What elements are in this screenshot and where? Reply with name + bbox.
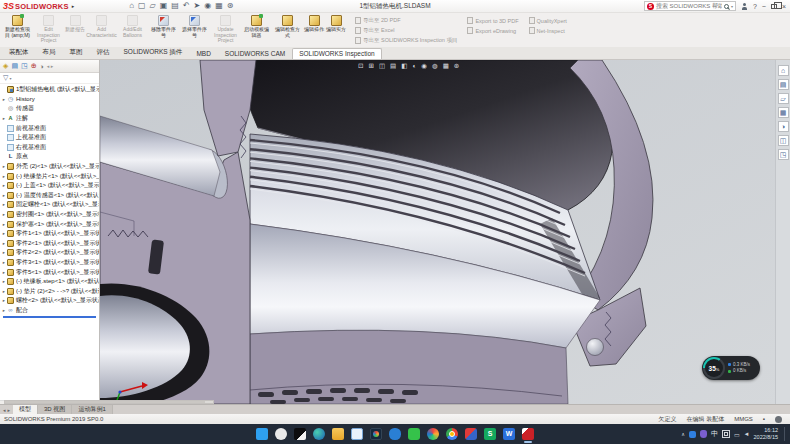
monitor-icon[interactable]: ▭: [734, 431, 740, 438]
tree-item[interactable]: ▸ 固定螺栓<1> (默认<<默认>_显示: [1, 200, 99, 210]
ribbon-button[interactable]: 编辑检查方式: [272, 14, 303, 47]
home-icon[interactable]: ⌂: [129, 1, 134, 11]
ribbon-tab[interactable]: 草图: [63, 46, 90, 59]
browser-icon[interactable]: [427, 428, 439, 440]
ribbon-button[interactable]: Edit Inspection Project: [33, 14, 64, 47]
tree-filter[interactable]: ▽ ▾: [0, 73, 99, 84]
ribbon-button[interactable]: 新建检查项目 (amp;M): [2, 14, 33, 47]
view-settings-icon[interactable]: ⊛: [454, 62, 459, 70]
help-button[interactable]: ?: [753, 2, 757, 11]
solidworks-logo[interactable]: 3S SOLIDWORKS ▸: [0, 0, 77, 12]
close-button[interactable]: ×: [782, 2, 786, 11]
custom-properties-icon[interactable]: ◫: [778, 135, 789, 146]
tree-item[interactable]: 原点: [1, 152, 99, 162]
user-account-icon[interactable]: [741, 3, 748, 10]
tree-item[interactable]: 上视基准面: [1, 133, 99, 143]
export-link[interactable]: QualityXpert: [529, 17, 567, 24]
tray-chevron-icon[interactable]: ∧: [681, 431, 685, 437]
tab-scroll-right-icon[interactable]: ▸: [8, 407, 11, 413]
export-link[interactable]: Net-Inspect: [529, 27, 567, 34]
ribbon-button[interactable]: 启动模板编辑器: [241, 14, 272, 47]
ribbon-tab[interactable]: SOLIDWORKS 插件: [117, 46, 190, 59]
tree-item[interactable]: ▸ 零件3<1> (默认<<默认>_显示状态: [1, 258, 99, 268]
onedrive-icon[interactable]: [389, 428, 401, 440]
tree-item[interactable]: ▸ (-) 绝缘垫片<1> (默认<<默认>_显: [1, 171, 99, 181]
section-view-icon[interactable]: ◫: [379, 62, 385, 70]
ribbon-tab[interactable]: SOLIDWORKS CAM: [218, 48, 292, 59]
select-icon[interactable]: ➤: [194, 1, 201, 11]
forum-icon[interactable]: ◳: [778, 149, 789, 160]
taskbar-clock[interactable]: 16:12 2022/8/15: [754, 427, 778, 440]
edge-icon[interactable]: [313, 428, 325, 440]
ribbon-button[interactable]: Add/Edit Balloons: [117, 14, 148, 47]
design-library-icon[interactable]: ▤: [778, 79, 789, 90]
view-palette-icon[interactable]: ▦: [778, 107, 789, 118]
start-icon[interactable]: [256, 428, 268, 440]
chrome-icon[interactable]: [446, 428, 458, 440]
red-blue-app-icon[interactable]: [465, 428, 477, 440]
save-icon[interactable]: ▣: [160, 1, 168, 11]
solidworks-resources-icon[interactable]: ⌂: [778, 65, 789, 76]
rollback-bar[interactable]: [3, 316, 96, 318]
display-style-icon[interactable]: ◐: [412, 62, 416, 69]
zoom-fit-icon[interactable]: ⊡: [358, 62, 363, 70]
search-icon[interactable]: [275, 428, 287, 440]
tray-shield-icon[interactable]: [700, 430, 707, 438]
appearances-icon[interactable]: ◑: [778, 121, 789, 132]
graphics-viewport[interactable]: ⊡ ⊞ ◫ ▤ ◧ ◐ ◉ ◍ ▦ ⊛: [100, 60, 790, 404]
ribbon-button[interactable]: 编辑实方: [325, 14, 347, 47]
displaymanager-tab-icon[interactable]: ◑: [40, 63, 44, 70]
speaker-icon[interactable]: ◄: [744, 431, 750, 437]
dimxpertmanager-tab-icon[interactable]: ⊕: [31, 62, 37, 70]
taskview-icon[interactable]: [294, 428, 306, 440]
annotation-view-icon[interactable]: ▤: [390, 62, 396, 70]
notifications-icon[interactable]: [775, 416, 782, 423]
ribbon-button[interactable]: 编辑操作: [303, 14, 325, 47]
green-app-icon[interactable]: [408, 428, 420, 440]
ime-mode-indicator[interactable]: 中: [711, 429, 718, 439]
search-input[interactable]: S 搜索 SOLIDWORKS 帮助 ▾: [644, 1, 736, 11]
restore-button[interactable]: [771, 4, 777, 9]
undo-icon[interactable]: ↶: [183, 1, 190, 11]
export-link[interactable]: Export eDrawing: [467, 27, 518, 34]
tree-item[interactable]: ▸ (-) 垫片 (2)<2> - ->? (默认<<默认: [1, 286, 99, 296]
ribbon-button[interactable]: 选择零件序号: [179, 14, 210, 47]
solidworks-icon[interactable]: [522, 428, 534, 440]
ime-input-icon[interactable]: [722, 430, 730, 438]
document-tab[interactable]: 模型: [13, 405, 38, 414]
tree-item[interactable]: ▸ 螺栓<2> (默认<<默认>_显示状态: [1, 296, 99, 306]
tree-item[interactable]: 右视基准面: [1, 143, 99, 153]
tree-item[interactable]: ▸ (-) 上盖<1> (默认<<默认>_显示状: [1, 181, 99, 191]
ribbon-button[interactable]: Add Characteristic: [86, 14, 117, 47]
view-orientation-icon[interactable]: ◧: [401, 62, 407, 70]
zoom-area-icon[interactable]: ⊞: [368, 62, 373, 70]
hide-show-items-icon[interactable]: ◉: [421, 62, 427, 70]
new-document-icon[interactable]: ▢: [138, 1, 146, 11]
export-link[interactable]: 导出至 Excel: [355, 27, 457, 34]
explorer-icon[interactable]: [332, 428, 344, 440]
logo-flyout-icon[interactable]: ▸: [72, 3, 75, 9]
export-link[interactable]: 导出至 SOLIDWORKS Inspection 项目: [355, 37, 457, 44]
tree-item[interactable]: ▸ 注解: [1, 114, 99, 124]
ribbon-button[interactable]: Update Inspection Project: [210, 14, 241, 47]
ribbon-button[interactable]: 新建报告: [64, 14, 86, 47]
tree-item[interactable]: 1型铝辅热电机 (默认<默认_显示状态-1: [1, 85, 99, 95]
tree-item[interactable]: ▸ 零件5<1> (默认<<默认>_显示状态: [1, 267, 99, 277]
tree-item[interactable]: ▸ 零件2<1> (默认<<默认>_显示状态: [1, 239, 99, 249]
photos-icon[interactable]: [370, 428, 382, 440]
filter-funnel-icon[interactable]: ▽: [3, 74, 8, 82]
tab-scroll-left-icon[interactable]: ◂: [3, 407, 6, 413]
rebuild-icon[interactable]: ◉: [204, 1, 211, 11]
ribbon-tab[interactable]: 布局: [36, 46, 63, 59]
tree-item[interactable]: ▸ (-) 温度传感器<1> (默认<<默认>_: [1, 191, 99, 201]
propertymanager-tab-icon[interactable]: ▤: [11, 62, 18, 70]
ribbon-tab[interactable]: SOLIDWORKS Inspection: [292, 48, 382, 59]
open-icon[interactable]: ▱: [150, 1, 156, 11]
ribbon-tab[interactable]: 装配体: [2, 46, 36, 59]
export-link[interactable]: 导出至 2D PDF: [355, 17, 457, 24]
search-caret-icon[interactable]: ▾: [731, 4, 733, 9]
tray-app-icon-blue[interactable]: [689, 431, 696, 438]
tree-item[interactable]: ▸ (-) 绝缘板.step<1> (默认<<默认>: [1, 277, 99, 287]
minimize-button[interactable]: −: [762, 2, 766, 11]
filter-caret-icon[interactable]: ▾: [9, 76, 11, 81]
